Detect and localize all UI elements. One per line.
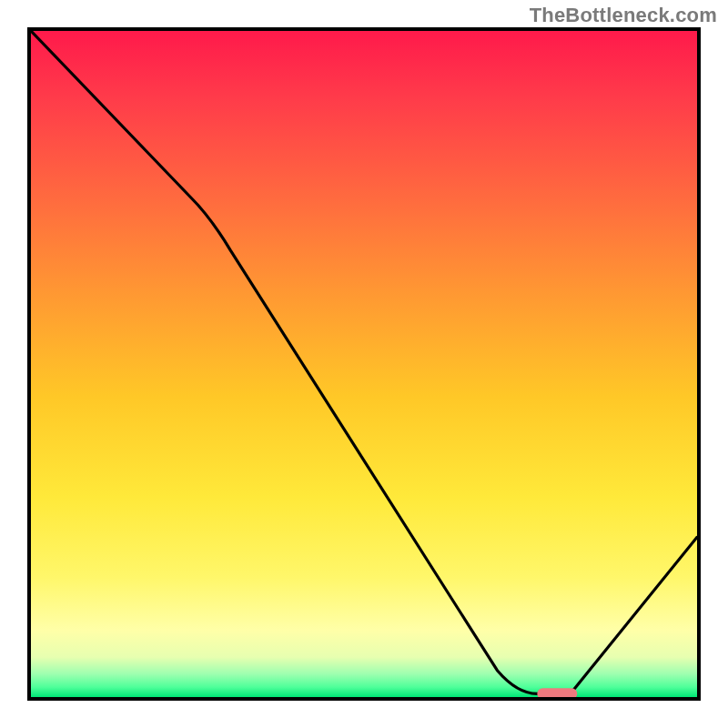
optimal-range-marker: [537, 688, 577, 697]
plot-svg: [31, 31, 697, 697]
watermark-text: TheBottleneck.com: [530, 4, 717, 27]
gradient-background: [31, 31, 697, 697]
plot-frame: [27, 27, 701, 701]
chart-container: TheBottleneck.com: [0, 0, 728, 728]
